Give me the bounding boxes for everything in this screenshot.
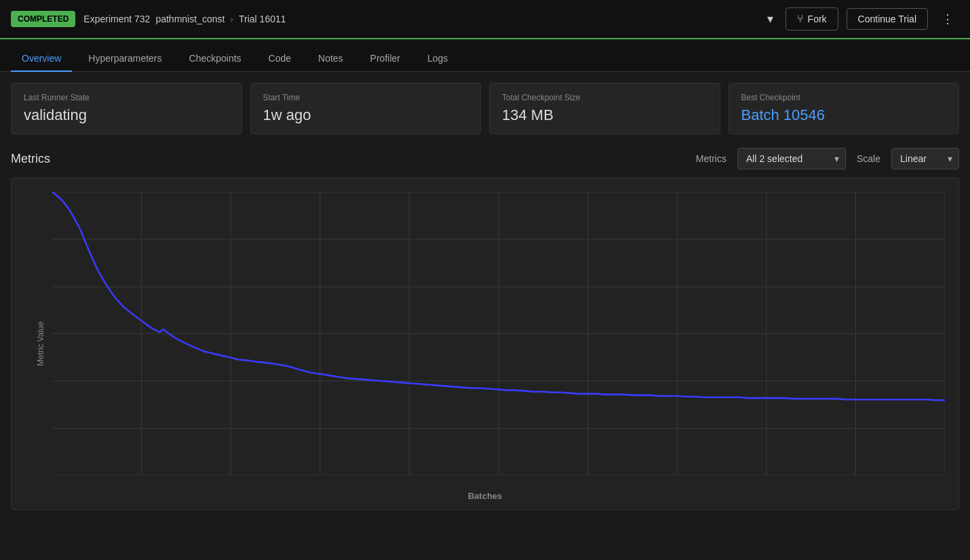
- fork-button[interactable]: ⑂ Fork: [785, 7, 838, 31]
- tab-logs[interactable]: Logs: [416, 46, 459, 72]
- fork-icon: ⑂: [797, 13, 804, 25]
- best-checkpoint-value[interactable]: Batch 10546: [741, 106, 947, 124]
- runner-state-value: validating: [24, 106, 229, 124]
- fork-label: Fork: [808, 14, 827, 24]
- metrics-title: Metrics: [11, 152, 50, 166]
- tab-overview[interactable]: Overview: [11, 46, 72, 72]
- scale-dropdown-wrapper: Linear Log: [891, 148, 959, 169]
- breadcrumb-separator: ›: [230, 14, 233, 24]
- metrics-dropdown-wrapper: All 2 selected: [737, 148, 846, 169]
- metrics-dropdown-label: Metrics: [696, 153, 726, 164]
- more-options-button[interactable]: ⋮: [936, 9, 959, 29]
- y-axis-label: Metric Value: [36, 321, 45, 366]
- more-icon: ⋮: [942, 12, 954, 26]
- trial-label: Trial 16011: [239, 14, 286, 24]
- stat-card-best-checkpoint: Best Checkpoint Batch 10546: [729, 83, 960, 134]
- tab-code[interactable]: Code: [258, 46, 302, 72]
- tab-notes[interactable]: Notes: [307, 46, 354, 72]
- chevron-down-button[interactable]: ▾: [763, 7, 777, 31]
- continue-trial-label: Continue Trial: [858, 14, 916, 24]
- x-axis-label: Batches: [468, 491, 503, 501]
- checkpoint-size-value: 134 MB: [502, 106, 707, 124]
- top-bar: COMPLETED Experiment 732 pathmnist_const…: [0, 0, 970, 39]
- metrics-chart: 1 0.8 0.6 0.4 0.2 0 1,000 2,000 3,000 4,…: [52, 192, 945, 475]
- start-time-label: Start Time: [263, 93, 469, 102]
- checkpoint-size-label: Total Checkpoint Size: [502, 93, 707, 102]
- chart-container: Metric Value Batches 1 0.8 0.6 0.4 0.2 0…: [11, 178, 959, 510]
- top-bar-actions: ▾ ⑂ Fork Continue Trial ⋮: [763, 7, 959, 31]
- experiment-label[interactable]: Experiment 732: [83, 14, 150, 24]
- tab-profiler[interactable]: Profiler: [360, 46, 411, 72]
- scale-dropdown-label: Scale: [857, 153, 880, 164]
- runner-state-label: Last Runner State: [24, 93, 229, 102]
- stats-row: Last Runner State validating Start Time …: [0, 72, 970, 142]
- status-badge: COMPLETED: [11, 11, 75, 27]
- start-time-value: 1w ago: [263, 106, 469, 124]
- nav-tabs: Overview Hyperparameters Checkpoints Cod…: [0, 39, 970, 72]
- stat-card-start-time: Start Time 1w ago: [250, 83, 482, 134]
- scale-dropdown[interactable]: Linear Log: [891, 148, 959, 169]
- continue-trial-button[interactable]: Continue Trial: [847, 8, 928, 30]
- separator: pathmnist_const: [155, 14, 225, 24]
- metrics-dropdown[interactable]: All 2 selected: [737, 148, 846, 169]
- metrics-controls: Metrics All 2 selected Scale Linear Log: [696, 148, 959, 169]
- stat-card-runner-state: Last Runner State validating: [11, 83, 242, 134]
- stat-card-checkpoint-size: Total Checkpoint Size 134 MB: [489, 83, 720, 134]
- metrics-header: Metrics Metrics All 2 selected Scale Lin…: [0, 142, 970, 175]
- best-checkpoint-label: Best Checkpoint: [741, 93, 947, 102]
- tab-hyperparameters[interactable]: Hyperparameters: [77, 46, 172, 72]
- tab-checkpoints[interactable]: Checkpoints: [178, 46, 252, 72]
- breadcrumb: Experiment 732 pathmnist_const › Trial 1…: [83, 14, 286, 24]
- chevron-down-icon: ▾: [767, 12, 773, 26]
